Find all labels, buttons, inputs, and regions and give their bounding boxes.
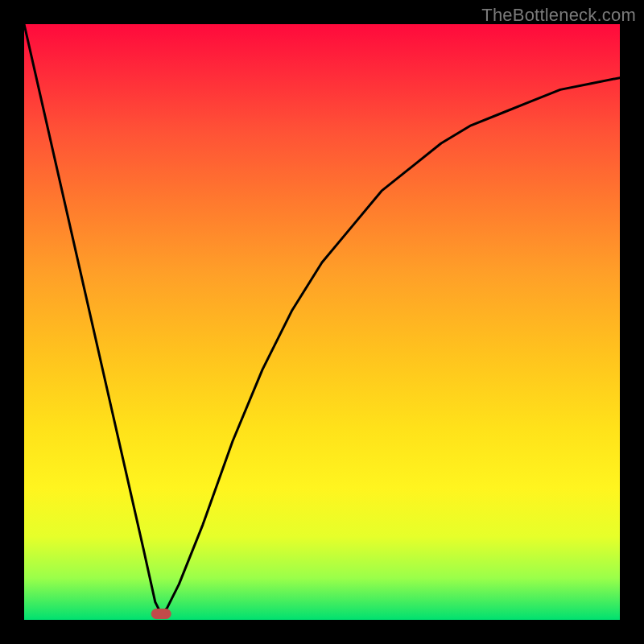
dip-marker	[151, 609, 171, 619]
chart-frame: TheBottleneck.com	[0, 0, 644, 644]
chart-overlay	[24, 24, 620, 620]
watermark-text: TheBottleneck.com	[481, 5, 636, 26]
plot-area	[24, 24, 620, 620]
bottleneck-curve	[24, 24, 620, 614]
